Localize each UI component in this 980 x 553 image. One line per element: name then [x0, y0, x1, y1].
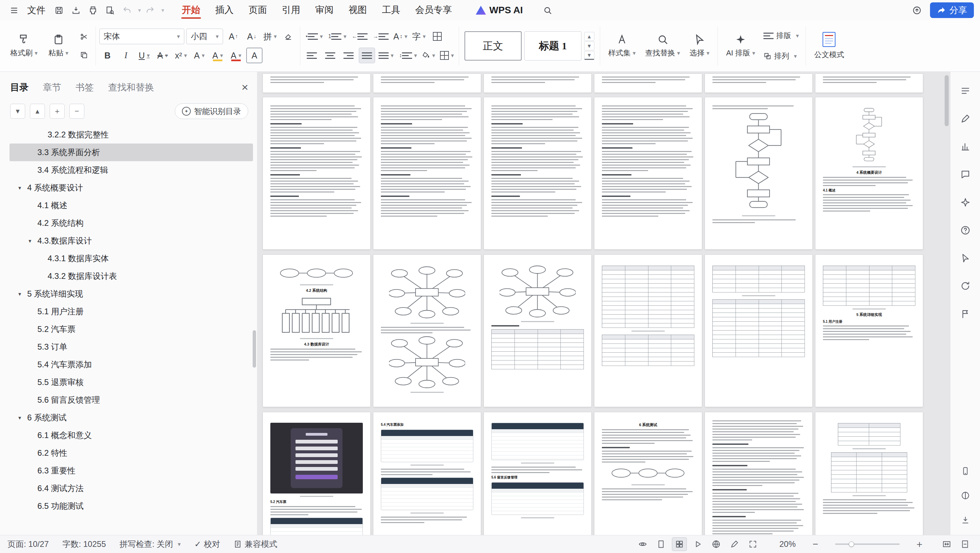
document-area[interactable]: 4 系统概要设计4.1 概述4.2 系统结构4.3 数据库设计5 系统详细实现5… — [258, 72, 950, 535]
align-right-button[interactable] — [340, 48, 357, 63]
upgrade-button[interactable] — [909, 2, 924, 18]
play-view-icon[interactable] — [690, 537, 705, 551]
page-thumbnail[interactable] — [594, 97, 702, 249]
panel-tab[interactable]: 章节 — [43, 81, 61, 94]
toc-item[interactable]: ▾6 系统测试 — [10, 409, 253, 427]
decrease-indent-button[interactable]: ← — [350, 29, 369, 44]
menu-tab[interactable]: 插入 — [208, 0, 241, 21]
toc-item[interactable]: 4.3.1 数据库实体 — [10, 250, 253, 267]
highlight-button[interactable]: A▾ — [210, 48, 226, 63]
single-page-view-icon[interactable] — [654, 537, 668, 551]
page-thumbnail[interactable] — [373, 74, 481, 92]
zoom-out-button[interactable]: − — [809, 539, 821, 550]
toc-item[interactable]: 5.3 订单 — [10, 338, 253, 356]
typeset-button[interactable]: 排版▾ — [760, 27, 802, 44]
char-style-button[interactable]: A▾ — [191, 48, 207, 63]
toc-item[interactable]: 4.2 系统结构 — [10, 214, 253, 232]
doc-mode-button[interactable]: 公文模式 — [809, 30, 849, 62]
arrange-button[interactable]: 排列▾ — [760, 48, 802, 65]
toc-item[interactable]: 5.4 汽车票添加 — [10, 356, 253, 373]
spellcheck-toggle[interactable]: 拼写检查: 关闭▾ — [119, 539, 181, 550]
toc-item[interactable]: 3.2.2 数据完整性 — [10, 126, 253, 143]
borders-button[interactable]: ▾ — [439, 48, 455, 63]
superscript-button[interactable]: x²▾ — [173, 48, 189, 63]
phone-icon[interactable] — [956, 462, 974, 480]
menu-tab[interactable]: 审阅 — [308, 0, 341, 21]
font-color-button[interactable]: A▾ — [228, 48, 244, 63]
char-shading-button[interactable]: A — [246, 48, 262, 63]
page-thumbnail[interactable] — [815, 74, 923, 92]
print-button[interactable] — [85, 2, 101, 18]
increase-font-button[interactable]: A↑ — [225, 29, 242, 44]
fullscreen-view-icon[interactable] — [745, 537, 760, 551]
distribute-button[interactable]: ▾ — [377, 48, 395, 63]
main-menu-button[interactable] — [6, 2, 22, 18]
page-indicator[interactable]: 页面: 10/27 — [8, 539, 49, 550]
sync-icon[interactable] — [956, 277, 974, 295]
page-thumbnail[interactable]: 5 系统详细实现5.1 用户注册 — [815, 255, 923, 407]
page-thumbnail[interactable]: 5.6 留言反馈管理 — [484, 412, 591, 535]
comment-icon[interactable] — [956, 166, 974, 183]
shading-button[interactable]: ▾ — [420, 48, 437, 63]
line-spacing-button[interactable]: ↕▾ — [397, 48, 418, 63]
flag-icon[interactable] — [956, 305, 974, 323]
increase-indent-button[interactable]: → — [371, 29, 390, 44]
page-thumbnail[interactable] — [263, 74, 370, 92]
page-thumbnail[interactable] — [705, 412, 812, 535]
search-button[interactable] — [540, 2, 556, 18]
word-count[interactable]: 字数: 10255 — [62, 539, 106, 550]
style-body[interactable]: 正文 — [465, 31, 522, 61]
page-thumbnail[interactable] — [484, 97, 591, 249]
style-gallery-up[interactable]: ▴ — [584, 32, 594, 41]
document-scrollbar[interactable] — [945, 75, 949, 126]
bold-button[interactable]: B — [99, 48, 116, 63]
underline-button[interactable]: U▾ — [136, 48, 152, 63]
page-thumbnail[interactable] — [815, 412, 923, 535]
numbered-list-button[interactable]: 1▾ — [326, 29, 347, 44]
zoom-slider[interactable] — [835, 543, 900, 545]
decrease-font-button[interactable]: A↓ — [243, 29, 260, 44]
style-gallery-more[interactable]: ▾ — [584, 51, 594, 60]
proofread-button[interactable]: ✓校对 — [194, 539, 220, 550]
style-set-button[interactable]: 样式集▾ — [604, 32, 641, 60]
page-thumbnail[interactable] — [263, 97, 370, 249]
undo-dropdown[interactable]: ▾ — [138, 7, 141, 14]
strikethrough-button[interactable]: A▾ — [154, 48, 171, 63]
undo-button[interactable] — [119, 2, 135, 18]
panel-tab[interactable]: 查找和替换 — [108, 81, 154, 94]
chart-icon[interactable] — [956, 138, 974, 155]
toc-item[interactable]: 5.6 留言反馈管理 — [10, 391, 253, 409]
toc-expand-all-button[interactable]: ▴ — [30, 104, 45, 119]
globe-view-icon[interactable] — [709, 537, 724, 551]
align-left-button[interactable] — [304, 48, 320, 63]
toc-item[interactable]: 5.2 汽车票 — [10, 320, 253, 338]
sparkle-icon[interactable] — [956, 193, 974, 211]
page-thumbnail[interactable] — [705, 74, 812, 92]
toc-item[interactable]: 6.1 概念和意义 — [10, 427, 253, 444]
page-thumbnail[interactable] — [484, 74, 591, 92]
toc-item[interactable]: ▾5 系统详细实现 — [10, 285, 253, 303]
ai-layout-button[interactable]: AI 排版▾ — [721, 32, 760, 60]
text-direction-button[interactable]: A↕▾ — [392, 29, 409, 44]
format-painter-button[interactable]: 格式刷▾ — [5, 32, 43, 60]
download-icon[interactable] — [956, 511, 974, 529]
share-button[interactable]: 分享 — [930, 2, 974, 18]
toc-item[interactable]: 6.2 特性 — [10, 444, 253, 462]
menu-tab[interactable]: 视图 — [341, 0, 374, 21]
pen-icon[interactable] — [956, 110, 974, 127]
clear-format-button[interactable] — [280, 29, 296, 44]
page-thumbnail[interactable]: 5.2 汽车票 — [263, 412, 370, 535]
toc-item[interactable]: 6.3 重要性 — [10, 462, 253, 480]
pen2-view-icon[interactable] — [727, 537, 742, 551]
panel-icon[interactable] — [956, 82, 974, 100]
toc-item[interactable]: 5.5 退票审核 — [10, 373, 253, 391]
sidebar-scrollbar[interactable] — [253, 330, 256, 368]
align-center-button[interactable] — [322, 48, 338, 63]
page-thumbnail[interactable]: 5.4 汽车票添加 — [373, 412, 481, 535]
toc-item[interactable]: ▾4 系统概要设计 — [10, 179, 253, 197]
font-size-select[interactable]: 小四▾ — [186, 29, 223, 44]
toc-item[interactable]: ▾4.3.数据库设计 — [10, 232, 253, 250]
justify-button[interactable] — [359, 48, 375, 63]
pinyin-guide-button[interactable]: 拼▾ — [262, 29, 278, 44]
help-icon[interactable] — [956, 222, 974, 239]
